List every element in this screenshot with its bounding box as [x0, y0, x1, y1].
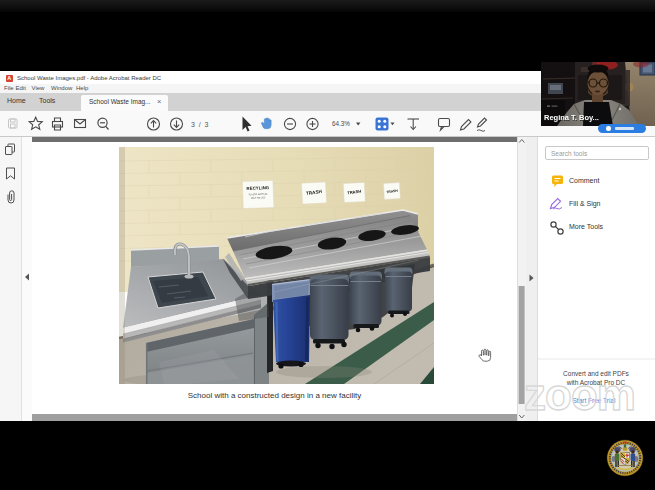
svg-text:RECYLING: RECYLING	[246, 185, 269, 191]
svg-text:Regina T. Boy...: Regina T. Boy...	[544, 113, 599, 122]
svg-text:3 / 3: 3 / 3	[191, 121, 209, 128]
svg-text:64.3%: 64.3%	[332, 120, 350, 127]
